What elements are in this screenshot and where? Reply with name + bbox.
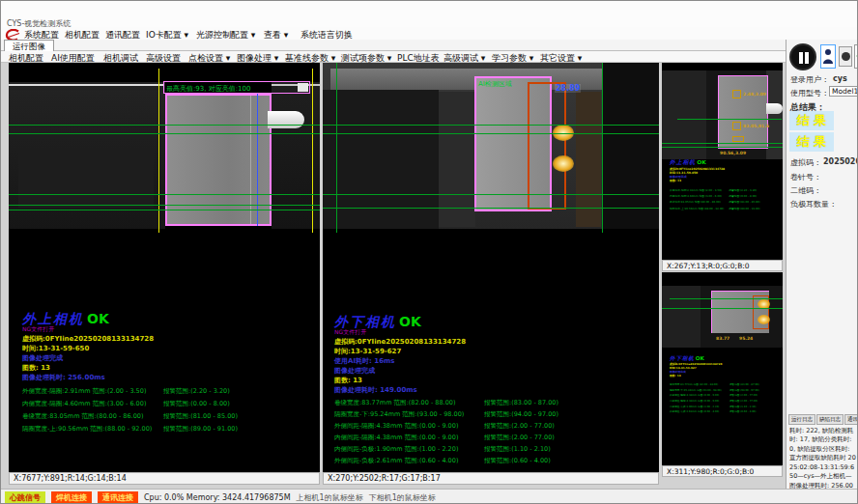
- alarm-range: 报警范围:(89.00 - 91.00): [729, 207, 759, 210]
- user-button[interactable]: [820, 44, 836, 69]
- exit-button[interactable]: [854, 44, 858, 69]
- cam2-coordinate-strip: X:270;Y:2502;R:17;G:17;B:17: [323, 472, 659, 485]
- pause-icon: [799, 52, 803, 64]
- time-text: 时间:13-31-59-627: [334, 347, 401, 356]
- overlay-chip: [298, 83, 308, 92]
- green-baseline: [9, 205, 320, 206]
- process-done-text: 图像处理完成: [334, 366, 375, 376]
- annotation-box: [732, 90, 741, 98]
- ok-status: OK: [87, 311, 109, 326]
- cam1-result-block: 外上相机OK NG文件打开 虚拟码:0FYIine202502081331347…: [22, 312, 318, 441]
- cpu-memory-text: Cpu: 0.0% Memory: 3424.41796875M: [144, 493, 291, 502]
- camera-title: 外下相机: [670, 355, 695, 361]
- alarm-range: 报警范围:(81.00 - 85.00): [163, 412, 238, 421]
- measure-row: 外侧宽度-隔圈:2.91mm 范围:(2.00 - 3.50): [670, 188, 722, 192]
- machine-block: [662, 286, 701, 348]
- alarm-range: 报警范围:(89.00 - 91.00): [163, 425, 238, 434]
- annotation-text: 2.48,3.09: [743, 92, 766, 97]
- log-tab-run[interactable]: 运行日志: [788, 414, 815, 425]
- welder-connection-badge: 焊机连接: [51, 491, 92, 504]
- gripper-finger: [268, 111, 304, 128]
- measure-row: 内侧间距-负极:1.90mm 范围:(1.00 - 2.20): [334, 445, 458, 454]
- brightness-overlay-text: 最高亮值:93, 对应亮值:100: [166, 84, 250, 94]
- green-guide-vertical: [602, 63, 603, 233]
- menu-bar: 系统配置 相机配置 通讯配置 IO卡配置 ▾ 光源控制配置 ▾ 查看 ▾ 系统语…: [1, 27, 858, 40]
- lower-camera-mouse-coords: 下相机1的鼠标坐标: [369, 492, 436, 503]
- alarm-range: 报警范围:(2.00 - 77.00): [484, 422, 555, 431]
- green-baseline: [670, 298, 783, 299]
- measure-row: 隔圈宽度-下:95.24mm 范围:(93.00 - 98.00): [670, 388, 722, 392]
- yellow-guide-line: [158, 69, 159, 233]
- camera-view-upper[interactable]: 最高亮值:93, 对应亮值:100 外上相机OK NG文件打开 虚拟码:0FYI…: [9, 63, 320, 472]
- alarm-range: 报警范围:(81.00 - 85.00): [729, 201, 759, 205]
- result-indicator-2: 结 果: [789, 132, 834, 152]
- annotation-text: 95.24: [739, 336, 753, 341]
- machine-block: [439, 92, 475, 227]
- measure-rect-orange: [528, 82, 566, 210]
- mini2-title-row: 外下相机OK: [670, 354, 704, 362]
- title-bar: CYS-视觉检测系统: [1, 1, 858, 28]
- camera-view-lower[interactable]: AI检测区域 28.89 外下相机OK NG文件打开 虚拟码:0FYIine20…: [323, 63, 659, 472]
- comm-connection-badge: 通讯连接: [98, 491, 138, 504]
- ng-note: NG文件打开: [334, 328, 366, 337]
- pause-button[interactable]: [789, 43, 816, 70]
- app-window: CYS-视觉检测系统 系统配置 相机配置 通讯配置 IO卡配置 ▾ 光源控制配置…: [0, 0, 858, 504]
- login-user-label: 登录用户：: [790, 74, 829, 85]
- toolbar: 相机配置 AI使用配置 相机调试 高级设置 点检设置 ▾ 图像处理 ▾ 基准线参…: [1, 51, 858, 63]
- alarm-range: 报警范围:(2.00 - 77.00): [729, 394, 758, 398]
- barcode-text: 虚拟码:0FYIine20250208133134728: [334, 337, 466, 347]
- green-baseline: [323, 125, 659, 126]
- tab-run-image[interactable]: 运行图像: [4, 40, 54, 51]
- annotation-text: 83.77: [716, 336, 729, 341]
- upper-camera-mouse-coords: 上相机1的鼠标坐标: [297, 492, 363, 503]
- user-icon: [823, 48, 833, 65]
- alarm-range: 报警范围:(94.00 - 97.00): [729, 388, 759, 392]
- process-time-text: 图像处理耗时: 149.00ms: [334, 385, 417, 395]
- measure-row: 隔圈宽度-上:90.56mm 范围:(88.00 - 92.00): [22, 425, 152, 434]
- cell-region: [165, 94, 272, 226]
- mini-camera-view-2[interactable]: 83.77 95.24 外下相机OK 虚拟码:0FYIine2025020813…: [662, 272, 783, 465]
- model-select[interactable]: Model1: [829, 86, 858, 97]
- measure-row: 内侧间距-隔圈:4.38mm 范围:(0.00 - 9.00): [334, 434, 458, 442]
- green-baseline: [323, 208, 659, 209]
- alarm-range: 报警范围:(0.60 - 4.00): [729, 410, 756, 414]
- image-count-text: 图数: 13: [670, 374, 681, 378]
- cam1-coordinate-strip: X:7677;Y:891;R:14;G:14;B:14: [9, 472, 320, 485]
- mini-camera-view-1[interactable]: 2.48,3.09 83.05,81.5 90.56,3.09 外上相机OK 虚…: [662, 63, 783, 260]
- pause-icon: [805, 52, 809, 64]
- mini1-coordinate-strip: X:267;Y:13;R:0;G:0;B:0: [662, 260, 783, 271]
- process-done-text: 图像处理完成: [22, 353, 63, 363]
- mini1-result-block: 外上相机OK 虚拟码:0FYIine20250208133134728 时间:1…: [670, 159, 783, 213]
- measure-row: 外侧宽度-隔圈:2.91mm 范围:(2.00 - 3.50): [22, 387, 146, 396]
- electrode-glow: [758, 315, 770, 324]
- ok-status: OK: [697, 159, 706, 166]
- ai-time-text: 使用AI耗时: 16ms: [334, 356, 394, 366]
- annotation-box: [732, 122, 741, 130]
- annotation-text: 83.05,81.5: [743, 124, 769, 128]
- process-time-text: 图像处理耗时: 256.00ms: [22, 373, 105, 382]
- mini2-coordinate-strip: X:311;Y:980;R:0;G:0;B:0: [662, 465, 783, 477]
- heartbeat-badge: 心跳信号: [5, 491, 45, 504]
- alarm-range: 报警范围:(2.00 - 77.00): [484, 434, 555, 442]
- mini2-result-block: 外下相机OK 虚拟码:0FYIine20250208133134728 时间:1…: [670, 355, 783, 413]
- virtual-code-label: 虚拟码：: [790, 157, 821, 168]
- green-baseline: [9, 194, 320, 195]
- log-tab-defect[interactable]: 缺陷日志: [816, 414, 844, 425]
- log-tab-comm[interactable]: 通讯日志: [844, 414, 858, 425]
- measure-row: 内侧宽度-隔圈:4.60mm 范围:(3.00 - 6.00): [22, 400, 146, 408]
- measure-row: 卷绕宽度:83.05mm 范围:(80.00 - 86.00): [22, 412, 143, 421]
- alarm-range: 报警范围:(83.00 - 87.00): [729, 383, 759, 387]
- green-baseline: [9, 133, 320, 134]
- round-tool-button[interactable]: [839, 46, 852, 67]
- image-count-text: 图数: 13: [22, 363, 50, 373]
- alarm-range: 报警范围:(2.00 - 77.00): [729, 400, 758, 404]
- alarm-range: 报警范围:(0.00 - 8.00): [729, 195, 757, 199]
- ok-status: OK: [399, 314, 421, 329]
- camera-title: 外上相机: [670, 159, 696, 166]
- measure-row: 隔圈宽度-下:95.24mm 范围:(93.00 - 98.00): [334, 410, 464, 419]
- annotation-box: [732, 136, 744, 142]
- measure-row: 外侧间距-隔圈:4.38mm 范围:(0.00 - 9.00): [334, 422, 458, 431]
- overlay-label-box: 最高亮值:93, 对应亮值:100: [163, 81, 310, 94]
- status-bar: 心跳信号 焊机连接 通讯连接 Cpu: 0.0% Memory: 3424.41…: [1, 489, 858, 504]
- measure-row: 外侧间距-负极:2.61mm 范围:(0.60 - 4.00): [670, 410, 719, 414]
